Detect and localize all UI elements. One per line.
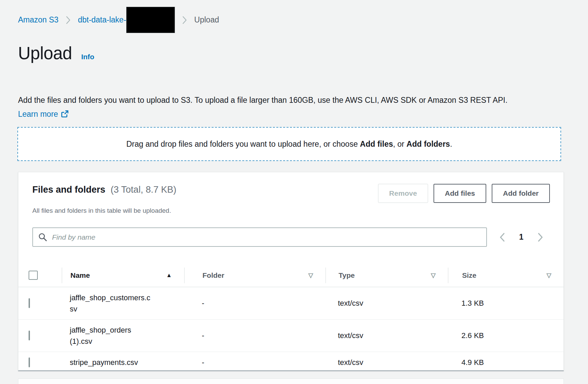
column-header-type[interactable]: Type ▽	[325, 268, 448, 283]
previous-page-button[interactable]	[493, 230, 512, 245]
chevron-right-icon	[66, 16, 71, 25]
pagination: 1	[493, 230, 550, 245]
file-folder: -	[184, 299, 325, 308]
panel-counter: (3 Total, 8.7 KB)	[111, 185, 176, 195]
column-label-name: Name	[70, 271, 90, 279]
column-label-folder: Folder	[202, 271, 224, 279]
search-icon	[38, 233, 47, 242]
sort-down-icon: ▽	[546, 272, 551, 279]
file-type: text/csv	[325, 299, 448, 308]
breadcrumb: Amazon S3 dbt-data-lake- Upload	[18, 7, 219, 33]
file-type: text/csv	[325, 331, 448, 340]
description-text: Add the files and folders you want to up…	[18, 96, 507, 105]
select-all-checkbox[interactable]	[29, 271, 38, 280]
add-files-button[interactable]: Add files	[434, 184, 486, 203]
remove-button[interactable]: Remove	[378, 184, 428, 203]
file-name: jaffle_shop_customers.csv	[70, 292, 152, 315]
next-section-panel	[18, 379, 564, 384]
page-description: Add the files and folders you want to up…	[18, 93, 513, 121]
breadcrumb-bucket[interactable]: dbt-data-lake-	[78, 15, 126, 25]
table-row: stripe_payments.csv - text/csv 4.9 KB	[18, 352, 564, 373]
dropzone-add-folders-label: Add folders	[407, 140, 450, 148]
column-label-size: Size	[462, 271, 476, 279]
panel-title: Files and folders	[32, 185, 105, 195]
column-header-folder[interactable]: Folder ▽	[184, 268, 325, 283]
column-header-size[interactable]: Size ▽	[448, 268, 564, 283]
external-link-icon	[61, 110, 69, 118]
panel-description: All files and folders in this table will…	[32, 207, 550, 214]
dropzone-text: Drag and drop files and folders you want…	[126, 140, 360, 148]
sort-down-icon: ▽	[431, 272, 436, 279]
row-checkbox[interactable]	[29, 298, 30, 308]
search-input[interactable]	[32, 227, 487, 247]
file-name: stripe_payments.csv	[70, 357, 138, 368]
dropzone-text: , or	[393, 140, 407, 148]
file-size: 4.9 KB	[448, 358, 564, 367]
breadcrumb-current-upload: Upload	[194, 15, 219, 25]
column-label-type: Type	[339, 271, 355, 279]
sort-down-icon: ▽	[308, 272, 313, 279]
files-table: Name ▲ Folder ▽ Type ▽ Size ▽ jaffle_sho…	[18, 264, 564, 373]
file-folder: -	[184, 331, 325, 340]
row-checkbox[interactable]	[29, 357, 30, 367]
learn-more-link[interactable]: Learn more	[18, 110, 69, 118]
dropzone-text: .	[450, 140, 452, 148]
table-row: jaffle_shop_customers.csv - text/csv 1.3…	[18, 287, 564, 320]
next-page-button[interactable]	[531, 230, 550, 245]
breadcrumb-amazon-s3[interactable]: Amazon S3	[18, 15, 59, 25]
files-and-folders-panel: Files and folders (3 Total, 8.7 KB) Remo…	[18, 172, 564, 371]
add-folder-button[interactable]: Add folder	[492, 184, 550, 203]
file-name: jaffle_shop_orders (1).csv	[70, 324, 152, 347]
learn-more-label: Learn more	[18, 110, 58, 118]
chevron-right-icon	[182, 16, 187, 25]
file-folder: -	[184, 358, 325, 367]
column-header-name[interactable]: Name ▲	[62, 268, 184, 283]
file-size: 1.3 KB	[448, 299, 564, 308]
table-row: jaffle_shop_orders (1).csv - text/csv 2.…	[18, 320, 564, 352]
page-title: Upload	[18, 43, 72, 63]
dropzone-add-files-label: Add files	[360, 140, 393, 148]
redacted-bucket-name	[126, 7, 175, 33]
info-link[interactable]: Info	[81, 53, 94, 61]
drag-drop-zone[interactable]: Drag and drop files and folders you want…	[17, 127, 561, 161]
page-number[interactable]: 1	[512, 232, 531, 242]
row-checkbox[interactable]	[29, 331, 30, 340]
sort-ascending-icon: ▲	[166, 272, 172, 279]
table-header-row: Name ▲ Folder ▽ Type ▽ Size ▽	[18, 264, 564, 287]
file-type: text/csv	[325, 358, 448, 367]
file-size: 2.6 KB	[448, 331, 564, 340]
